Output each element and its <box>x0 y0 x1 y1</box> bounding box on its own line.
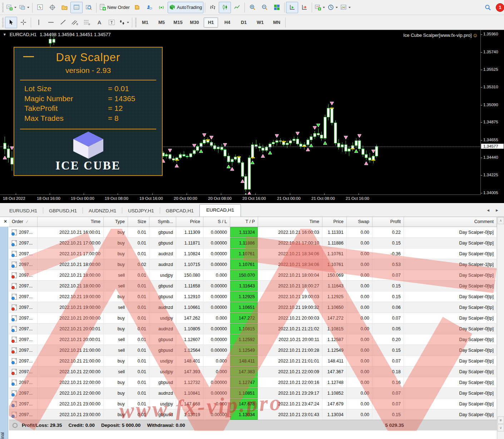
new-chart-button[interactable] <box>5 2 18 13</box>
table-row[interactable]: 2097...2022.10.21 22:00:00buy0.01gbpusd1… <box>9 377 497 388</box>
toolbar-grip[interactable] <box>2 18 4 27</box>
signals-button[interactable] <box>155 2 168 13</box>
table-row[interactable]: 2097...2022.10.21 20:00:00buy0.01usdjpy1… <box>9 313 497 324</box>
column-header-symbol[interactable]: Symb... <box>149 217 176 227</box>
notifications-button[interactable]: 1 <box>494 2 504 13</box>
search-button[interactable] <box>482 2 494 13</box>
auto-scroll-button[interactable] <box>286 2 298 13</box>
scroll-menu-button[interactable]: ≡ <box>498 416 504 424</box>
credit-value: Credit: 0.00 <box>69 423 95 428</box>
column-header-sl[interactable]: S / L <box>203 217 230 227</box>
table-row[interactable]: 2097...2022.10.21 23:00:00buy0.01usdjpy1… <box>9 399 497 409</box>
tile-windows-button[interactable] <box>271 2 283 13</box>
chart-tab-gbpusd-h1[interactable]: GBPUSD,H1 <box>43 205 83 217</box>
profiles-button[interactable] <box>18 2 31 13</box>
tab-scroll-left-button[interactable]: ◄ <box>486 208 490 212</box>
community-button[interactable] <box>143 2 155 13</box>
cursor-button[interactable] <box>5 17 17 28</box>
indicators-button[interactable] <box>313 2 326 13</box>
equidistant-channel-button[interactable]: E <box>69 17 81 28</box>
metaeditor-button[interactable] <box>131 2 143 13</box>
table-row[interactable]: 2097...2022.10.21 23:00:00buy0.01gbpusd1… <box>9 409 497 420</box>
column-header-order[interactable]: Order∕ <box>9 217 38 227</box>
column-header-tp[interactable]: T / P <box>230 217 258 227</box>
column-header-profit[interactable]: Profit <box>372 217 404 227</box>
zoom-in-button[interactable] <box>246 2 258 13</box>
navigator-button[interactable] <box>58 2 70 13</box>
scroll-up-button[interactable]: ˄ <box>498 217 504 224</box>
horizontal-line-button[interactable] <box>45 17 57 28</box>
market-watch-button[interactable] <box>34 2 46 13</box>
column-header-price[interactable]: Price <box>176 217 203 227</box>
table-row[interactable]: 2097...2022.10.21 19:00:00buy0.01gbpusd1… <box>9 291 497 302</box>
strategy-tester-button[interactable] <box>83 2 95 13</box>
timeframe-m30-button[interactable]: M30 <box>187 18 202 28</box>
collapse-icon[interactable]: ▼ <box>3 33 6 36</box>
chart-tab-gbpcad-h1[interactable]: GBPCAD,H1 <box>160 205 199 217</box>
table-row[interactable]: 2097...2022.10.21 20:00:01sell0.01gbpusd… <box>9 334 497 345</box>
terminal-button[interactable] <box>70 2 83 13</box>
date-axis[interactable]: 18 Oct 202218 Oct 16:0019 Oct 00:0019 Oc… <box>0 194 481 203</box>
table-row[interactable]: 2097...2022.10.21 18:00:00sell0.01usdjpy… <box>9 270 497 281</box>
arrows-button[interactable] <box>118 17 130 28</box>
table-row[interactable]: 2097...2022.10.21 19:00:00sell0.01audnzd… <box>9 302 497 313</box>
chart-tab-eurusd-h1[interactable]: EURUSD,H1 <box>4 205 43 217</box>
new-order-button[interactable]: New Order <box>98 2 131 13</box>
table-row[interactable]: 2097...2022.10.21 22:00:00sell0.01usdjpy… <box>9 366 497 377</box>
cell-comment: Day Scalper-0[tp] <box>404 270 497 281</box>
candlestick-chart-button[interactable] <box>219 2 231 13</box>
timeframe-w1-button[interactable]: W1 <box>253 18 267 28</box>
table-header-row[interactable]: Order∕TimeTypeSizeSymb...PriceS / LT / P… <box>9 217 497 227</box>
bar-chart-button[interactable] <box>207 2 219 13</box>
tab-scroll-right-button[interactable]: ► <box>495 208 499 212</box>
price-axis[interactable]: 1.359601.357401.355251.353101.350901.348… <box>480 30 504 195</box>
table-row[interactable]: 2097...2022.10.21 17:00:00buy0.01gbpusd1… <box>9 238 497 248</box>
toolbar-grip[interactable] <box>2 3 4 12</box>
chart-tab-audnzd-h1[interactable]: AUDNZD,H1 <box>83 205 122 217</box>
column-header-comment[interactable]: Comment <box>404 217 497 227</box>
table-row[interactable]: 2097...2022.10.21 18:00:00sell0.01gbpusd… <box>9 281 497 291</box>
table-scrollbar[interactable]: ˄ ≡ ˅ <box>497 217 504 439</box>
table-row[interactable]: 2097...2022.10.21 21:00:00sell0.01gbpusd… <box>9 345 497 356</box>
data-window-button[interactable] <box>46 2 58 13</box>
table-row[interactable]: 2097...2022.10.21 22:00:00buy0.01audnzd1… <box>9 388 497 399</box>
scroll-down-button[interactable]: ˅ <box>498 424 504 431</box>
chart-area[interactable]: ▼ EURCAD,H1 1.34498 1.34594 1.34451 1.34… <box>0 30 504 203</box>
close-terminal-button[interactable]: × <box>3 218 8 224</box>
column-header-ctime[interactable]: Time <box>258 217 322 227</box>
table-row[interactable]: 2097...2022.10.21 18:00:00buy0.02audnzd1… <box>9 259 497 270</box>
timeframe-mn-button[interactable]: MN <box>270 18 284 28</box>
terminal-vertical-tab[interactable]: Terminal <box>0 227 8 439</box>
timeframe-h4-button[interactable]: H4 <box>220 18 234 28</box>
column-header-size[interactable]: Size <box>128 217 149 227</box>
table-row[interactable]: 2097...2022.10.21 21:00:00buy0.01usdjpy1… <box>9 356 497 366</box>
line-chart-button[interactable] <box>231 2 243 13</box>
autotrading-button[interactable]: AutoTrading <box>168 2 203 13</box>
timeframe-m5-button[interactable]: M5 <box>154 18 169 28</box>
chart-tab-eurcad-h1[interactable]: EURCAD,H1 <box>199 204 241 217</box>
periods-button[interactable] <box>326 2 339 13</box>
column-header-time[interactable]: Time <box>38 217 104 227</box>
timeframe-m1-button[interactable]: M1 <box>138 18 152 28</box>
zoom-out-button[interactable] <box>258 2 271 13</box>
fibonacci-button[interactable]: F <box>81 17 93 28</box>
toolbar-grip[interactable] <box>135 18 137 27</box>
text-button[interactable]: A <box>93 17 105 28</box>
table-row[interactable]: 2097...2022.10.21 20:00:01buy0.01audnzd1… <box>9 324 497 334</box>
timeframe-d1-button[interactable]: D1 <box>237 18 251 28</box>
vertical-line-button[interactable] <box>33 17 45 28</box>
table-row[interactable]: 2097...2022.10.21 17:00:00buy0.01audnzd1… <box>9 248 497 259</box>
chart-tab-usdjpy-h1[interactable]: USDJPY,H1 <box>122 205 160 217</box>
column-header-cprice[interactable]: Price <box>322 217 347 227</box>
column-header-swap[interactable]: Swap <box>347 217 372 227</box>
text-label-button[interactable]: T <box>105 17 118 28</box>
templates-button[interactable] <box>339 2 352 13</box>
crosshair-button[interactable] <box>17 17 29 28</box>
chart-shift-button[interactable] <box>298 2 310 13</box>
table-row[interactable]: 2097...2022.10.21 16:00:01buy0.01gbpusd1… <box>9 227 497 238</box>
trendline-button[interactable] <box>57 17 69 28</box>
smiley-icon[interactable]: ☺ <box>473 32 478 38</box>
timeframe-h1-button[interactable]: H1 <box>204 18 218 28</box>
timeframe-m15-button[interactable]: M15 <box>171 18 185 28</box>
column-header-type[interactable]: Type <box>104 217 128 227</box>
